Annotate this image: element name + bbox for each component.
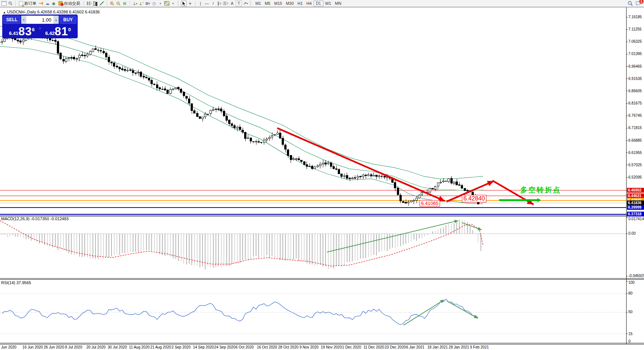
buy-button[interactable]: BUY <box>59 16 77 24</box>
volume-increase-button[interactable]: ▴ <box>54 16 59 24</box>
buy-price-prefix: 6.42 <box>45 31 55 36</box>
toolbar-separator <box>84 1 84 6</box>
channel-tool-icon[interactable]: ∥E <box>217 1 222 6</box>
autotrading-button[interactable]: 自动交易 <box>57 0 81 6</box>
magnifier-icon <box>8 1 13 6</box>
notification-badge: 1 <box>639 0 644 4</box>
chat-icon[interactable]: 1 <box>635 1 641 6</box>
timeframe-button-d1[interactable]: D1 <box>314 1 323 6</box>
add-indicator-icon[interactable]: ⊥* <box>139 1 144 6</box>
sell-button[interactable]: SELL <box>3 16 20 24</box>
sell-price-big: 83 <box>19 26 32 37</box>
zoom-out-icon[interactable] <box>116 1 121 6</box>
timeframe-group: M1M5M15M30H1H4D1W1MN <box>253 1 343 6</box>
toolbar-separator <box>107 1 107 6</box>
community-cloud-icon[interactable]: ☁ <box>45 1 50 6</box>
market-watch-icon[interactable] <box>7 1 13 6</box>
spread-diamond-icon: ◇ <box>39 27 41 30</box>
toolbar: 新订单 ☁ ◉ 自动交易 ⊞ ⊥▸ ⊥* ⊞▾ ◷ ▾ ▾ + <box>0 0 644 7</box>
toolbar-separator <box>195 1 195 6</box>
timeframe-button-h1[interactable]: H1 <box>296 1 305 6</box>
horn-icon[interactable] <box>38 1 44 6</box>
trendline-tool-icon[interactable]: / <box>210 1 216 6</box>
sell-price-sup: 6 <box>32 27 35 32</box>
buy-price[interactable]: 6.42 81 0 <box>40 26 77 37</box>
timeframe-button-mn[interactable]: MN <box>333 1 343 6</box>
text-label-tool-icon[interactable]: T <box>236 0 242 7</box>
arrows-tool-icon[interactable]: ↗▾ <box>243 1 248 6</box>
new-order-button[interactable]: 新订单 <box>18 0 38 6</box>
toolbar-grip <box>250 1 252 6</box>
chart-template-icon[interactable] <box>164 1 169 6</box>
volume-decrease-button[interactable]: ▾ <box>21 16 26 24</box>
vertical-line-tool-icon[interactable]: | <box>198 1 203 6</box>
new-order-label: 新订单 <box>24 1 36 6</box>
sell-price-prefix: 6.41 <box>9 31 18 36</box>
indicator-list-icon[interactable]: ⊥▸ <box>132 1 138 6</box>
horizontal-line-tool-icon[interactable]: — <box>204 1 210 6</box>
timeframe-button-h4[interactable]: H4 <box>305 1 314 6</box>
volume-stepper: ▾ ▴ <box>21 16 59 24</box>
sell-price[interactable]: 6.41 83 6 <box>4 26 40 37</box>
timeframe-button-m30[interactable]: M30 <box>284 1 295 6</box>
new-chart-icon[interactable]: ⊞▾ <box>145 1 151 6</box>
zoom-in-icon[interactable] <box>109 1 115 6</box>
price-chart-canvas[interactable] <box>0 0 644 350</box>
mt4-terminal-window: 新订单 ☁ ◉ 自动交易 ⊞ ⊥▸ ⊥* ⊞▾ ◷ ▾ ▾ + <box>0 0 644 350</box>
bar-chart-mode-icon[interactable] <box>86 1 92 6</box>
crosshair-tool-icon[interactable]: + <box>187 1 193 6</box>
clock-icon[interactable]: ◷ <box>151 1 157 6</box>
cursor-tool-icon[interactable] <box>181 1 187 6</box>
timeframe-button-m15[interactable]: M15 <box>272 1 284 6</box>
timeframe-button-m1[interactable]: M1 <box>253 1 263 6</box>
autotrading-icon <box>58 1 63 6</box>
toolbar-grip <box>178 1 179 6</box>
line-chart-mode-icon[interactable] <box>99 1 104 6</box>
one-click-trading-panel: SELL ▾ ▴ BUY ◇ 6.41 83 6 6.42 81 0 <box>2 15 78 38</box>
fibonacci-tool-icon[interactable]: ☰F <box>223 1 229 6</box>
buy-price-big: 81 <box>55 26 68 37</box>
chart-window-icon[interactable] <box>1 1 7 6</box>
buy-price-sup: 0 <box>68 27 71 32</box>
toolbar-separator <box>130 1 130 6</box>
autotrading-label: 自动交易 <box>64 1 80 6</box>
volume-input[interactable] <box>26 16 54 24</box>
toolbar-separator <box>15 1 16 6</box>
signals-icon[interactable]: ◉ <box>51 1 56 6</box>
profiles-caret-icon[interactable]: ▾ <box>158 1 163 6</box>
timeframe-button-w1[interactable]: W1 <box>323 1 333 6</box>
text-tool-icon[interactable]: A <box>229 1 235 6</box>
candlestick-mode-icon[interactable] <box>93 1 98 6</box>
search-icon[interactable] <box>627 1 633 6</box>
timeframe-button-m5[interactable]: M5 <box>263 1 272 6</box>
new-order-icon <box>19 1 23 6</box>
template-caret-icon[interactable]: ▾ <box>170 1 176 6</box>
tile-windows-icon[interactable]: ⊞ <box>122 1 127 6</box>
